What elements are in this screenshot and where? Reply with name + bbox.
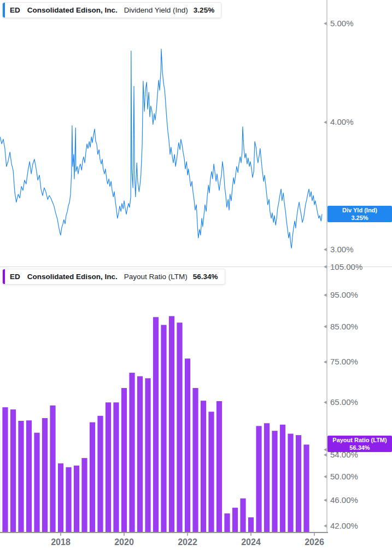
y-axis-tick-payout-ratio <box>324 499 327 502</box>
payout-ratio-bar[interactable] <box>232 508 238 532</box>
y-axis-label-payout-ratio: 105.00% <box>330 262 362 271</box>
payout-ratio-bar[interactable] <box>50 406 55 532</box>
last-value-badge-div-yld: Div Yld (Ind) 3.25% <box>327 206 392 222</box>
ticker-symbol: ED <box>10 273 20 281</box>
payout-ratio-bar[interactable] <box>153 317 159 532</box>
y-axis-tick-payout-ratio <box>324 293 327 297</box>
y-axis-tick-payout-ratio <box>324 453 327 456</box>
x-axis-year-label: 2026 <box>305 537 324 547</box>
payout-ratio-bar[interactable] <box>217 401 222 532</box>
payout-ratio-bar[interactable] <box>121 388 127 532</box>
y-axis-tick-payout-ratio <box>324 360 327 363</box>
payout-ratio-bar[interactable] <box>264 423 270 532</box>
y-axis-label-payout-ratio: 65.00% <box>330 397 358 407</box>
payout-ratio-bar[interactable] <box>288 434 293 533</box>
last-value-badge-payout-ratio: Payout Ratio (LTM) 56.34% <box>327 436 392 452</box>
badge-metric-value: 56.34% <box>349 444 370 451</box>
payout-ratio-bar[interactable] <box>201 401 206 532</box>
payout-ratio-bar[interactable] <box>10 409 16 532</box>
payout-ratio-bar[interactable] <box>97 416 103 532</box>
ticker-symbol: ED <box>10 6 20 14</box>
payout-ratio-bar[interactable] <box>208 412 214 532</box>
x-axis-year-label: 2022 <box>178 537 197 547</box>
x-axis-year-label: 2018 <box>51 537 71 547</box>
payout-ratio-bar[interactable] <box>113 402 119 532</box>
payout-ratio-bar[interactable] <box>58 464 63 532</box>
payout-ratio-bar[interactable] <box>192 388 198 532</box>
y-axis-label-payout-ratio: 85.00% <box>330 322 358 331</box>
payout-ratio-bar[interactable] <box>240 499 245 532</box>
payout-ratio-bar[interactable] <box>106 402 111 532</box>
payout-ratio-bar[interactable] <box>185 358 190 532</box>
badge-metric-value: 3.25% <box>351 214 368 222</box>
payout-ratio-bar[interactable] <box>177 323 182 533</box>
company-name: Consolidated Edison, Inc. <box>27 6 118 14</box>
y-axis-tick-payout-ratio <box>324 265 327 269</box>
payout-ratio-bar[interactable] <box>34 433 39 532</box>
x-axis-year-label: 2024 <box>241 537 261 547</box>
payout-ratio-bar[interactable] <box>90 422 95 532</box>
metric-name: Dividend Yield (Ind) <box>124 6 188 14</box>
y-axis-label-dividend-yield: 3.00% <box>330 245 354 254</box>
payout-ratio-bar[interactable] <box>272 431 277 532</box>
series-color-bar-purple <box>3 269 5 284</box>
metric-value: 56.34% <box>193 273 218 281</box>
y-axis-label-payout-ratio: 42.00% <box>330 521 358 530</box>
y-axis-label-payout-ratio: 50.00% <box>330 472 358 481</box>
y-axis-label-dividend-yield: 4.00% <box>330 117 354 126</box>
payout-ratio-bar[interactable] <box>81 458 87 532</box>
series-header-dividend-yield[interactable]: ED Consolidated Edison, Inc. Dividend Yi… <box>2 2 221 18</box>
y-axis-tick-payout-ratio <box>324 401 327 404</box>
y-axis-tick-dividend-yield <box>324 120 327 124</box>
payout-ratio-bar[interactable] <box>248 517 254 532</box>
payout-ratio-bar[interactable] <box>256 426 261 532</box>
y-axis-tick-payout-ratio <box>324 475 327 478</box>
payout-ratio-bar[interactable] <box>145 378 150 532</box>
metric-name: Payout Ratio (LTM) <box>124 273 188 281</box>
payout-ratio-bar[interactable] <box>129 373 134 532</box>
payout-ratio-bar[interactable] <box>26 420 32 532</box>
payout-ratio-bar[interactable] <box>303 444 309 532</box>
y-axis-tick-payout-ratio <box>324 325 327 328</box>
payout-ratio-bar[interactable] <box>18 421 24 532</box>
y-axis-tick-dividend-yield <box>324 248 327 251</box>
y-axis-tick-payout-ratio <box>324 524 327 528</box>
x-axis-year-label: 2020 <box>114 537 134 547</box>
chart-canvas[interactable]: 5.00%4.00%3.00%105.00%95.00%85.00%75.00%… <box>0 0 392 550</box>
y-axis-label-payout-ratio: 46.00% <box>330 495 358 505</box>
y-axis-label-dividend-yield: 5.00% <box>330 19 354 28</box>
y-axis-label-payout-ratio: 75.00% <box>330 357 358 366</box>
payout-ratio-bar[interactable] <box>2 407 8 532</box>
company-name: Consolidated Edison, Inc. <box>27 273 118 281</box>
y-axis-tick-dividend-yield <box>324 22 327 25</box>
payout-ratio-bar[interactable] <box>66 467 71 532</box>
payout-ratio-bar[interactable] <box>296 435 301 532</box>
payout-ratio-bar[interactable] <box>280 425 285 532</box>
payout-ratio-bar[interactable] <box>169 316 174 532</box>
y-axis-label-payout-ratio: 95.00% <box>330 290 358 299</box>
series-color-bar-blue <box>3 3 5 18</box>
payout-ratio-bar[interactable] <box>137 377 143 533</box>
badge-metric-label: Div Yld (Ind) <box>342 206 377 214</box>
payout-ratio-bar[interactable] <box>224 513 230 532</box>
payout-ratio-bar[interactable] <box>42 418 48 532</box>
y-axis-tick-payout-ratio <box>324 448 327 451</box>
badge-metric-label: Payout Ratio (LTM) <box>332 436 387 444</box>
metric-value: 3.25% <box>194 6 214 14</box>
dividend-yield-line[interactable] <box>0 49 322 248</box>
payout-ratio-bar[interactable] <box>74 466 79 532</box>
series-header-payout-ratio[interactable]: ED Consolidated Edison, Inc. Payout Rati… <box>2 269 225 285</box>
payout-ratio-bar[interactable] <box>161 325 166 532</box>
